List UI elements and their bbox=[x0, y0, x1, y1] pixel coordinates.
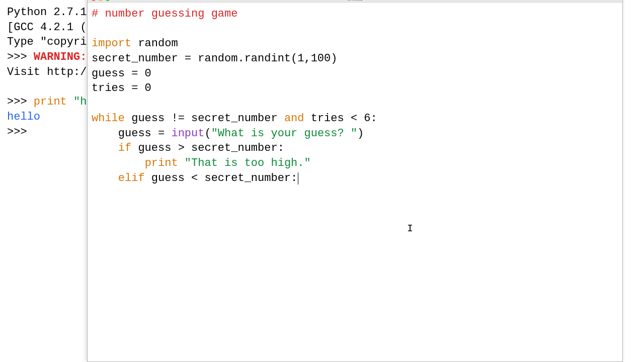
code-text: guess != secret_number bbox=[125, 112, 284, 125]
code-keyword-elif: elif bbox=[118, 172, 145, 185]
shell-line: Visit http:/ bbox=[7, 66, 87, 78]
code-text: tries = 0 bbox=[92, 82, 151, 95]
code-comment: # number guessing game bbox=[92, 8, 237, 20]
shell-print-keyword: print bbox=[34, 96, 67, 108]
editor-titlebar[interactable]: Untitled bbox=[88, 0, 622, 3]
code-text: tries < 6: bbox=[304, 112, 377, 125]
shell-warning: WARNING: bbox=[34, 51, 87, 63]
minimize-icon[interactable] bbox=[99, 0, 103, 1]
shell-prompt: >>> bbox=[7, 126, 34, 138]
code-text: random bbox=[131, 37, 178, 50]
shell-line: Python 2.7.1 bbox=[7, 6, 87, 19]
shell-line: Type "copyrig bbox=[7, 36, 94, 48]
code-keyword-import: import bbox=[92, 37, 131, 50]
shell-prompt: >>> bbox=[7, 51, 34, 63]
code-text bbox=[92, 157, 145, 169]
shell-line: [GCC 4.2.1 ( bbox=[7, 21, 87, 34]
code-builtin-input: input bbox=[171, 127, 204, 140]
close-icon[interactable] bbox=[92, 0, 96, 1]
maximize-icon[interactable] bbox=[106, 0, 110, 1]
code-string: "What is your guess? " bbox=[211, 127, 357, 140]
code-keyword-while: while bbox=[92, 112, 125, 125]
editor-title: Untitled bbox=[347, 0, 363, 2]
code-text bbox=[92, 142, 118, 154]
text-cursor-icon bbox=[298, 172, 298, 185]
code-keyword-print: print bbox=[145, 157, 178, 169]
editor-text-area[interactable]: # number guessing game import random sec… bbox=[88, 3, 622, 190]
shell-string: "h bbox=[67, 96, 87, 108]
code-text: guess > secret_number: bbox=[131, 142, 284, 154]
code-text bbox=[178, 157, 185, 169]
code-text bbox=[92, 172, 118, 185]
code-text: ) bbox=[357, 127, 364, 140]
code-string: "That is too high." bbox=[185, 157, 311, 169]
code-text: guess = bbox=[92, 127, 171, 140]
code-text: secret_number = random.randint(1,100) bbox=[92, 52, 337, 65]
window-controls bbox=[92, 0, 110, 1]
shell-output: hello bbox=[7, 111, 40, 123]
code-keyword-and: and bbox=[284, 112, 304, 125]
shell-prompt: >>> bbox=[7, 96, 34, 108]
code-keyword-if: if bbox=[118, 142, 131, 154]
editor-window[interactable]: Untitled # number guessing game import r… bbox=[87, 0, 623, 362]
desktop-background: Python 2.7.1 [GCC 4.2.1 ( Type "copyrig … bbox=[0, 0, 644, 362]
mouse-ibeam-cursor-icon: I bbox=[407, 223, 413, 234]
code-text: guess = 0 bbox=[92, 67, 151, 80]
code-text: guess < secret_number: bbox=[145, 172, 298, 185]
code-text: ( bbox=[204, 127, 211, 140]
